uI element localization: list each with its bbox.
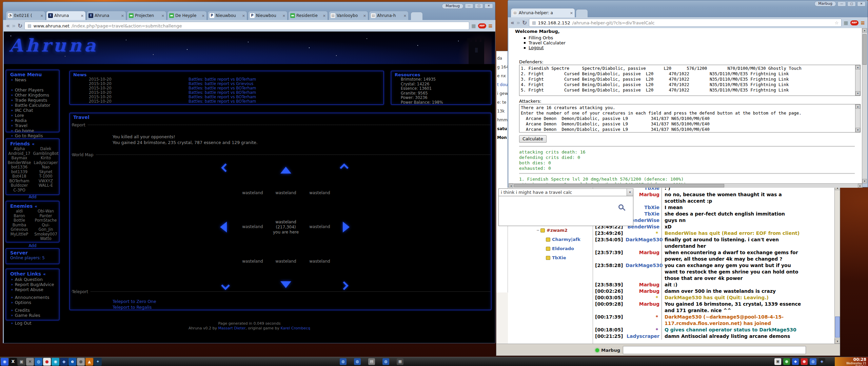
back-icon[interactable]: « bbox=[6, 22, 10, 29]
game-menu-item[interactable]: »Battle Calculator bbox=[6, 103, 59, 108]
launcher-icon[interactable]: ● bbox=[77, 358, 85, 366]
menu-icon[interactable]: ≡ bbox=[488, 23, 493, 29]
launcher-icon[interactable]: X bbox=[9, 358, 17, 366]
browser-tab[interactable]: ♜ Ahruna × bbox=[46, 11, 86, 20]
other-link[interactable]: »Announcements bbox=[6, 295, 59, 300]
tab-close-icon[interactable]: × bbox=[323, 14, 326, 18]
tray-icon[interactable]: ◆ bbox=[792, 358, 799, 365]
game-menu-item[interactable]: »Rodia bbox=[6, 118, 59, 123]
page-horizontal-scrollbar[interactable]: ◂ ▸ bbox=[509, 183, 863, 188]
news-link[interactable]: Battles: battle report vs BOTerham bbox=[189, 99, 256, 104]
channel-item[interactable]: Charmy|afk bbox=[542, 235, 593, 244]
defenders-scrollbar[interactable]: ▴ ▾ bbox=[855, 65, 860, 96]
tab-label[interactable]: Nieuwbou bbox=[256, 13, 282, 18]
game-menu-item[interactable]: »Lore bbox=[6, 113, 59, 118]
launcher-icon[interactable]: ◍ bbox=[35, 358, 42, 366]
window-button-icon[interactable]: ▦ bbox=[397, 358, 403, 365]
tab-close-icon[interactable]: × bbox=[403, 14, 407, 18]
tab-label[interactable]: Vanlooybo bbox=[337, 13, 362, 18]
bookmark-star-icon[interactable]: ☆ bbox=[835, 20, 839, 25]
teleport-link[interactable]: Teleport to Zero One bbox=[113, 299, 156, 304]
scrollbar-thumb[interactable] bbox=[514, 184, 724, 187]
game-menu-item-label[interactable]: Go home bbox=[15, 128, 34, 133]
forward-icon[interactable]: » bbox=[516, 19, 520, 26]
scroll-down-icon[interactable]: ▾ bbox=[835, 339, 840, 344]
add-friend-link[interactable]: Add bbox=[6, 195, 59, 199]
map-cell[interactable]: wasteland bbox=[301, 259, 338, 264]
helper-nav-label[interactable]: Logout bbox=[529, 45, 544, 50]
other-link-label[interactable]: Announcements bbox=[15, 295, 50, 300]
attackers-scrollbar[interactable]: ▴ ▾ bbox=[855, 104, 860, 132]
browser-tab[interactable]: ▤ Vanlooybo × bbox=[329, 11, 368, 20]
game-menu-item[interactable]: »News bbox=[6, 77, 59, 82]
map-cell[interactable]: wasteland bbox=[301, 224, 338, 229]
tab-close-icon[interactable]: × bbox=[363, 14, 366, 18]
defenders-list-box[interactable]: 1. Fiendish Spectre Spectre/Diabolic, pa… bbox=[519, 65, 861, 96]
collapse-icon[interactable]: « bbox=[32, 142, 35, 146]
scroll-left-icon[interactable]: ◂ bbox=[509, 184, 513, 188]
launcher-icon[interactable]: ▲ bbox=[85, 358, 93, 366]
other-link[interactable]: »Ask Question bbox=[6, 277, 59, 282]
game-menu-item[interactable]: »Go home bbox=[6, 128, 59, 133]
close-button[interactable]: ✕ bbox=[857, 1, 866, 6]
game-menu-item-label[interactable]: Battle Calculator bbox=[15, 103, 51, 108]
reload-icon[interactable]: ↻ bbox=[18, 22, 22, 29]
tray-icon[interactable]: ▣ bbox=[774, 358, 781, 365]
channel-name[interactable]: TbXie bbox=[552, 255, 566, 260]
game-menu-item-label[interactable]: Other Players bbox=[15, 87, 44, 93]
chevron-down-icon[interactable]: ▾ bbox=[627, 189, 633, 196]
game-menu-item-label[interactable]: Rodia bbox=[15, 118, 27, 123]
tab-label[interactable]: Ahruna-helper: a bbox=[519, 11, 569, 15]
map-cell[interactable]: wasteland bbox=[267, 259, 304, 264]
scroll-down-icon[interactable]: ▾ bbox=[855, 91, 860, 96]
url-field[interactable]: ▤ www.ahruna.net/index.php?page=travel&a… bbox=[24, 22, 469, 30]
scroll-up-icon[interactable]: ▴ bbox=[855, 65, 860, 69]
scroll-up-icon[interactable]: ▴ bbox=[855, 104, 860, 109]
map-cell[interactable]: wasteland bbox=[234, 190, 271, 195]
forward-icon[interactable]: » bbox=[12, 22, 16, 29]
maximize-button[interactable]: ▢ bbox=[847, 1, 856, 6]
game-menu-item-label[interactable]: Trade Requests bbox=[15, 98, 47, 103]
browser-tab[interactable]: ◔ 0x021E ( × bbox=[6, 11, 45, 20]
browser-tab[interactable]: ▬ Projecten × bbox=[127, 11, 166, 20]
footer-author-link[interactable]: Karel Crombecq bbox=[281, 326, 311, 330]
scroll-up-icon[interactable]: ▴ bbox=[862, 28, 867, 33]
tray-icon[interactable]: ◈ bbox=[818, 358, 825, 365]
launcher-icon[interactable]: ◆ bbox=[60, 358, 68, 366]
scroll-right-icon[interactable]: ▸ bbox=[858, 184, 863, 188]
launcher-icon[interactable]: ▣ bbox=[18, 358, 25, 366]
tree-expander-icon[interactable]: − bbox=[536, 228, 540, 232]
game-menu-item[interactable]: »Other Kingdoms bbox=[6, 93, 59, 98]
scrollbar-thumb[interactable] bbox=[863, 34, 867, 65]
tab-label[interactable]: Projecten bbox=[135, 13, 161, 18]
other-link[interactable]: »Credits bbox=[6, 308, 59, 313]
channel-name[interactable]: #zwam2 bbox=[547, 228, 568, 233]
game-menu-item[interactable]: »Trade Requests bbox=[6, 98, 59, 103]
tab-close-icon[interactable]: × bbox=[161, 14, 164, 18]
map-cell[interactable]: wasteland bbox=[301, 190, 338, 195]
tray-icon[interactable]: ◍ bbox=[810, 358, 816, 365]
tab-close-icon[interactable]: × bbox=[81, 14, 84, 18]
maximize-button[interactable]: ▢ bbox=[475, 3, 483, 8]
page-vertical-scrollbar[interactable]: ▴ ▾ bbox=[862, 28, 867, 183]
launcher-icon[interactable]: ◉ bbox=[52, 358, 59, 366]
adblock-icon[interactable]: ABP bbox=[478, 23, 486, 28]
adblock-icon[interactable]: ABP bbox=[850, 20, 859, 25]
attackers-list-box[interactable]: There are 16 creatures attacking you.Ent… bbox=[519, 104, 861, 133]
browser-tab[interactable]: ▬ De Heyple × bbox=[167, 11, 207, 20]
browser-tab[interactable]: ♜ Ahruna × bbox=[86, 11, 126, 20]
other-link-label[interactable]: Ask Question bbox=[15, 277, 43, 282]
game-menu-item-label[interactable]: Lore bbox=[15, 113, 24, 118]
scroll-down-icon[interactable]: ▾ bbox=[862, 179, 867, 183]
other-link-label[interactable]: Report Bug/Advice bbox=[15, 282, 54, 287]
tab-label[interactable]: Ahruna-h bbox=[377, 13, 403, 18]
browser-tab[interactable]: P Nieuwbou × bbox=[208, 11, 247, 20]
channel-name[interactable]: Eldorado bbox=[552, 246, 574, 251]
window-button-icon[interactable]: ◍ bbox=[354, 358, 361, 365]
launcher-icon[interactable]: ● bbox=[43, 358, 51, 366]
search-combo[interactable]: ▾ bbox=[498, 188, 633, 196]
chat-scrollbar-thumb[interactable] bbox=[835, 317, 840, 338]
reload-icon[interactable]: ↻ bbox=[522, 19, 527, 26]
window-button-icon[interactable]: ◍ bbox=[382, 358, 389, 365]
window-titlebar[interactable]: Marbug — ▢ ✕ bbox=[3, 2, 495, 10]
